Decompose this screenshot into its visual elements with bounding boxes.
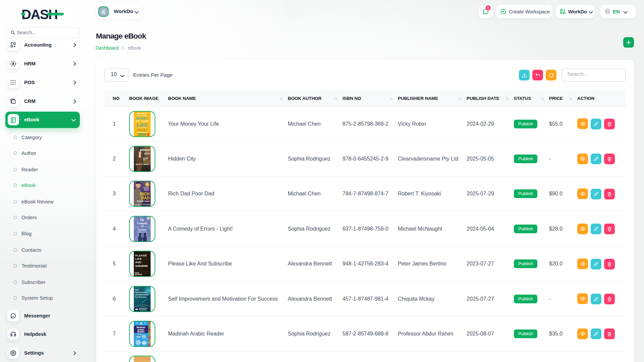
svg-text:and Motivation: and Motivation — [135, 294, 149, 296]
svg-text:Madinah: Madinah — [137, 326, 145, 328]
svg-text:For Success: For Success — [135, 296, 146, 298]
svg-text:DAD: DAD — [141, 196, 150, 200]
svg-text:YOUR: YOUR — [137, 114, 147, 117]
svg-text:LIFE: LIFE — [137, 122, 148, 127]
svg-text:PLEASE: PLEASE — [135, 254, 147, 257]
svg-text:SUBS(RIBE: SUBS(RIBE — [135, 264, 148, 267]
svg-text:PETE: PETE — [135, 272, 139, 274]
svg-text:By M G Lawson: By M G Lawson — [136, 163, 149, 165]
svg-text:LIKE: LIKE — [135, 258, 142, 261]
svg-text:BERTINO: BERTINO — [135, 274, 142, 276]
svg-text:of: of — [141, 225, 144, 228]
svg-text:Book 1: Book 1 — [136, 334, 142, 336]
svg-text:AND: AND — [135, 261, 142, 264]
svg-text:Reader: Reader — [137, 330, 145, 333]
svg-text:Self: Self — [135, 289, 139, 291]
svg-text:CITY: CITY — [144, 152, 150, 155]
svg-text:Improvement: Improvement — [135, 291, 147, 293]
svg-text:The: The — [140, 219, 145, 222]
svg-text:POOR DAD: POOR DAD — [137, 200, 150, 202]
svg-text:MONEY: MONEY — [136, 117, 148, 120]
svg-text:Errors: Errors — [138, 228, 147, 231]
svg-text:OR YOUR: OR YOUR — [136, 120, 149, 122]
svg-text:HIDDEN: HIDDEN — [140, 148, 150, 152]
svg-text:ROBERT T. KIYOSAKI: ROBERT T. KIYOSAKI — [135, 204, 150, 206]
